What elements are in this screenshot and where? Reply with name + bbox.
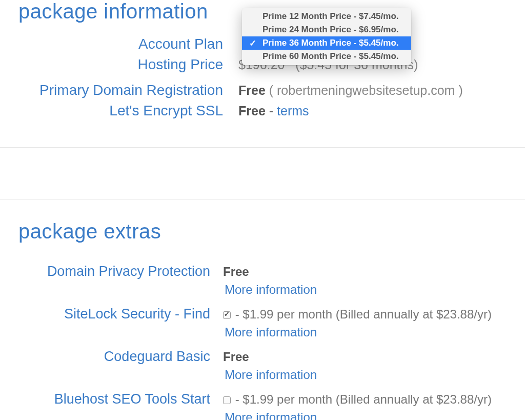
package-extras-section: package extras Domain Privacy Protection… <box>0 220 525 420</box>
ssl-label: Let's Encrypt SSL <box>0 103 238 119</box>
account-plan-row: Account Plan Prime 12 Month Price - $7.4… <box>0 36 525 52</box>
extra-seo-tools-value: - $1.99 per month (Billed annually at $2… <box>223 392 492 407</box>
extra-domain-privacy-label: Domain Privacy Protection <box>0 264 223 279</box>
dropdown-option-24mo[interactable]: Prime 24 Month Price - $6.95/mo. <box>242 23 411 36</box>
primary-domain-value: Free ( robertmeningwebsitesetup.com ) <box>238 83 463 98</box>
section-gap <box>0 148 525 199</box>
extra-codeguard-label: Codeguard Basic <box>0 349 223 365</box>
extra-domain-privacy: Domain Privacy Protection Free More info… <box>0 264 525 297</box>
section-divider-2 <box>0 199 525 199</box>
extra-sitelock-label: SiteLock Security - Find <box>0 306 223 322</box>
package-extras-title: package extras <box>18 220 525 243</box>
extra-sitelock: SiteLock Security - Find - $1.99 per mon… <box>0 306 525 339</box>
primary-domain-free: Free <box>238 83 266 97</box>
ssl-free: Free <box>238 104 266 118</box>
ssl-row: Let's Encrypt SSL Free - terms <box>0 103 525 119</box>
extra-domain-privacy-free: Free <box>223 265 249 278</box>
extra-sitelock-checkbox[interactable] <box>223 311 231 319</box>
package-information-section: package information Account Plan Prime 1… <box>0 0 525 148</box>
dropdown-option-12mo[interactable]: Prime 12 Month Price - $7.45/mo. <box>242 10 411 23</box>
extra-sitelock-value: - $1.99 per month (Billed annually at $2… <box>223 307 492 322</box>
extra-codeguard-more-link[interactable]: More information <box>223 368 525 382</box>
extra-codeguard-free: Free <box>223 350 249 364</box>
ssl-dash: - <box>266 104 277 118</box>
dropdown-option-60mo[interactable]: Prime 60 Month Price - $5.45/mo. <box>242 50 411 63</box>
extra-codeguard: Codeguard Basic Free More information <box>0 349 525 382</box>
ssl-terms-link[interactable]: terms <box>277 104 309 118</box>
extra-seo-tools-label: Bluehost SEO Tools Start <box>0 391 223 407</box>
extra-sitelock-price: - $1.99 per month (Billed annually at $2… <box>232 307 492 321</box>
primary-domain-row: Primary Domain Registration Free ( rober… <box>0 82 525 98</box>
dropdown-option-36mo-label: Prime 36 Month Price - $5.45/mo. <box>262 38 398 48</box>
account-plan-dropdown[interactable]: Prime 12 Month Price - $7.45/mo. Prime 2… <box>242 8 411 65</box>
extra-sitelock-more-link[interactable]: More information <box>223 325 525 339</box>
hosting-price-label: Hosting Price <box>0 56 238 73</box>
extra-seo-tools-more-link[interactable]: More information <box>223 410 525 420</box>
extra-domain-privacy-more-link[interactable]: More information <box>223 283 525 297</box>
extra-seo-tools: Bluehost SEO Tools Start - $1.99 per mon… <box>0 391 525 420</box>
account-plan-label: Account Plan <box>0 36 238 52</box>
extra-seo-tools-price: - $1.99 per month (Billed annually at $2… <box>232 392 492 406</box>
primary-domain-label: Primary Domain Registration <box>0 82 238 98</box>
ssl-value: Free - terms <box>238 104 309 118</box>
extra-seo-tools-checkbox[interactable] <box>223 396 231 404</box>
checkmark-icon: ✓ <box>249 38 256 49</box>
primary-domain-name: ( robertmeningwebsitesetup.com ) <box>269 83 463 97</box>
dropdown-option-36mo[interactable]: ✓ Prime 36 Month Price - $5.45/mo. <box>242 36 411 50</box>
extra-domain-privacy-value: Free <box>223 265 249 279</box>
extra-codeguard-value: Free <box>223 350 249 364</box>
